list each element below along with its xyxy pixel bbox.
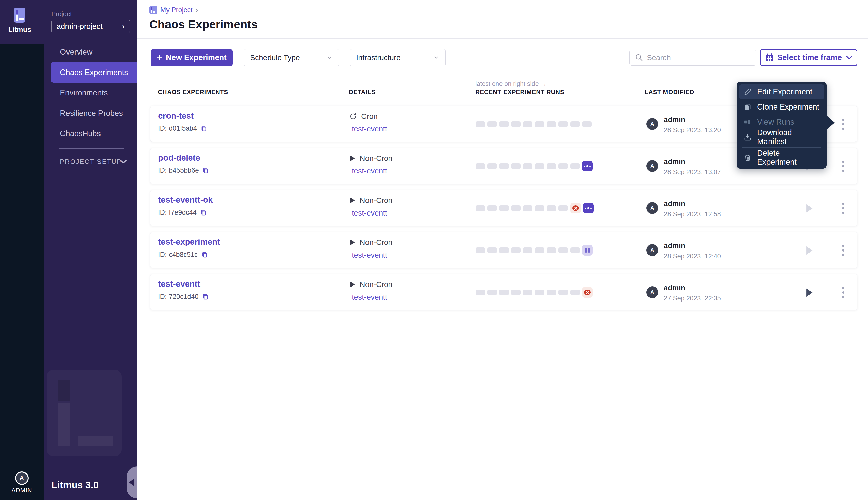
run-pill-empty xyxy=(511,248,521,253)
run-pill-empty xyxy=(511,289,521,295)
experiment-id: ID: b455bb6e xyxy=(158,167,199,174)
row-menu-button[interactable] xyxy=(837,115,849,133)
row-menu-button[interactable] xyxy=(837,283,849,302)
search-box xyxy=(630,49,756,66)
run-pill-empty xyxy=(511,121,521,127)
run-experiment-button[interactable] xyxy=(805,203,816,214)
copy-icon[interactable] xyxy=(201,251,208,258)
row-context-menu: Edit Experiment Clone Experiment View Ru… xyxy=(736,82,827,169)
collapse-left-icon xyxy=(129,479,134,486)
column-header-last-modified: LAST MODIFIED xyxy=(645,89,694,96)
copy-icon[interactable] xyxy=(202,293,209,300)
row-menu-button[interactable] xyxy=(837,241,849,259)
infrastructure-link[interactable]: test-eventt xyxy=(352,209,387,217)
sidebar-item-resilience-probes[interactable]: Resilience Probes xyxy=(44,103,137,123)
litmus-watermark-logo xyxy=(47,370,122,456)
experiment-name-link[interactable]: test-eventt xyxy=(158,279,200,289)
menu-item-delete-experiment[interactable]: Delete Experiment xyxy=(739,150,824,165)
brand-block: Litmus xyxy=(0,0,44,44)
run-pill-empty xyxy=(499,205,509,211)
breadcrumb-project-link[interactable]: My Project xyxy=(160,6,193,14)
search-input[interactable] xyxy=(647,53,751,62)
schedule-type: Non-Cron xyxy=(360,238,393,247)
run-pill-paused[interactable] xyxy=(582,245,593,255)
run-pill-empty xyxy=(570,289,580,295)
experiment-name-link[interactable]: pod-delete xyxy=(158,153,200,163)
project-selector[interactable]: admin-project › xyxy=(52,20,130,33)
run-experiment-button[interactable] xyxy=(805,287,816,298)
menu-item-download-manifest[interactable]: Download Manifest xyxy=(739,130,824,145)
run-pill-empty xyxy=(559,163,568,169)
runs-list-icon xyxy=(743,117,752,127)
experiment-name-link[interactable]: cron-test xyxy=(158,111,194,121)
sidebar-collapse-handle[interactable] xyxy=(127,466,137,499)
chevron-down-icon[interactable] xyxy=(119,159,128,164)
run-pill-empty xyxy=(523,248,532,253)
current-user[interactable]: A ADMIN xyxy=(0,471,44,494)
run-pill-empty xyxy=(511,205,521,211)
run-pill-empty xyxy=(546,248,556,253)
infrastructure-link[interactable]: test-eventt xyxy=(352,293,387,302)
run-pill-empty xyxy=(523,163,532,169)
select-time-frame-button[interactable]: Select time frame xyxy=(760,49,857,66)
runs-order-note: latest one on right side → xyxy=(475,80,547,87)
breadcrumb: My Project › xyxy=(149,5,198,14)
row-menu-button[interactable] xyxy=(837,157,849,175)
experiment-name-link[interactable]: test-experiment xyxy=(158,237,220,247)
sidebar-item-environments[interactable]: Environments xyxy=(44,82,137,103)
run-experiment-button[interactable] xyxy=(805,245,816,256)
run-pill-empty xyxy=(546,205,556,211)
modified-date: 27 Sep 2023, 22:35 xyxy=(664,294,721,302)
run-pill-empty xyxy=(535,289,544,295)
user-role-label: ADMIN xyxy=(0,487,44,494)
schedule-type-select[interactable]: Schedule Type xyxy=(244,49,339,66)
run-pill-empty xyxy=(535,205,544,211)
row-menu-button[interactable] xyxy=(837,199,849,217)
run-pill-failed[interactable] xyxy=(582,287,593,298)
run-pill-empty xyxy=(523,289,532,295)
copy-icon[interactable] xyxy=(200,209,207,216)
run-pill-empty xyxy=(535,121,544,127)
app-rail: Litmus A ADMIN xyxy=(0,0,44,500)
copy-icon[interactable] xyxy=(202,167,209,174)
copy-icon[interactable] xyxy=(200,125,207,132)
infrastructure-select[interactable]: Infrastructure xyxy=(350,49,446,66)
brand-name: Litmus xyxy=(0,26,40,34)
run-pill-failed[interactable] xyxy=(570,203,581,214)
column-header-recent-runs: RECENT EXPERIMENT RUNS xyxy=(475,89,564,96)
sidebar-item-overview[interactable]: Overview xyxy=(44,42,137,62)
run-pill-empty xyxy=(570,248,580,253)
menu-item-edit-experiment[interactable]: Edit Experiment xyxy=(739,84,824,100)
run-pill-empty xyxy=(475,163,485,169)
project-label: Project xyxy=(52,10,72,18)
sidebar-item-chaos-experiments[interactable]: Chaos Experiments xyxy=(51,62,137,82)
modified-by: admin xyxy=(664,116,685,124)
menu-item-clone-experiment[interactable]: Clone Experiment xyxy=(739,100,824,115)
sidebar-nav: Overview Chaos Experiments Environments … xyxy=(44,42,137,144)
recent-runs-strip xyxy=(475,148,593,184)
infrastructure-link[interactable]: test-eventt xyxy=(352,125,387,133)
user-avatar[interactable]: A xyxy=(15,471,29,485)
run-pill-empty xyxy=(535,248,544,253)
schedule-type: Non-Cron xyxy=(360,280,393,289)
plus-icon: + xyxy=(157,52,162,62)
run-pill-empty xyxy=(487,163,497,169)
infrastructure-link[interactable]: test-eventt xyxy=(352,251,387,259)
run-pill-empty xyxy=(570,121,580,127)
project-setup-section[interactable]: PROJECT SETUP xyxy=(60,158,122,166)
schedule-type: Cron xyxy=(361,112,377,121)
calendar-icon xyxy=(765,53,774,62)
infrastructure-link[interactable]: test-eventt xyxy=(352,167,387,175)
run-pill-empty xyxy=(475,248,485,253)
experiment-id: ID: c4b8c51c xyxy=(158,251,198,259)
experiment-name-link[interactable]: test-eventt-ok xyxy=(158,195,213,205)
cron-icon xyxy=(349,112,357,120)
sidebar-item-chaoshubs[interactable]: ChaosHubs xyxy=(44,123,137,144)
run-pill-running[interactable] xyxy=(583,203,594,214)
run-pill-running[interactable] xyxy=(582,161,593,171)
new-experiment-button[interactable]: + New Experiment xyxy=(151,49,233,66)
run-pill-empty xyxy=(546,289,556,295)
run-pill-empty xyxy=(570,163,580,169)
run-pill-empty xyxy=(511,163,521,169)
menu-item-view-runs: View Runs xyxy=(739,115,824,130)
